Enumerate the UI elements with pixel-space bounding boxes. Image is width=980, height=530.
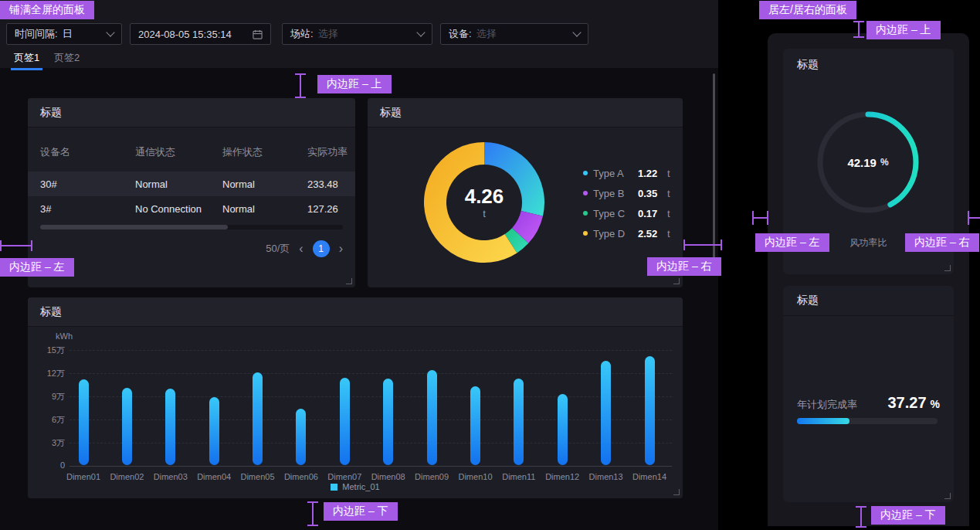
resize-handle[interactable] xyxy=(673,489,680,495)
bar-Dimen07[interactable] xyxy=(340,378,350,465)
padding-top-marker xyxy=(295,73,306,98)
kpi-unit: % xyxy=(931,398,940,410)
legend-label: Type C xyxy=(593,208,638,219)
bar-Dimen09[interactable] xyxy=(427,370,437,465)
bar-Dimen03[interactable] xyxy=(165,389,175,465)
donut-slice-Type A[interactable] xyxy=(484,142,544,216)
legend-value: 0.35 xyxy=(638,188,667,199)
station-select[interactable]: 场站: 选择 xyxy=(282,23,432,45)
donut-chart-card: 标题 4.26 t Type A 1.22 t Type B 0.35 t xyxy=(368,98,683,287)
tab-1[interactable]: 页签1 xyxy=(14,51,39,65)
legend-item[interactable]: Type A 1.22 t xyxy=(583,163,670,183)
side-padding-bottom-marker xyxy=(856,506,866,528)
padding-right-marker xyxy=(683,240,722,250)
legend-item[interactable]: Type D 2.52 t xyxy=(583,223,670,243)
gridline xyxy=(70,396,672,397)
bar-Dimen08[interactable] xyxy=(383,379,393,465)
x-axis-label: Dimen07 xyxy=(323,472,366,481)
cell-actual-power: 233.48 xyxy=(307,178,355,190)
x-axis-label: Dimen03 xyxy=(149,472,192,481)
gridline xyxy=(70,466,672,467)
tab-2[interactable]: 页签2 xyxy=(54,51,80,65)
kpi-value: 37.27 xyxy=(887,394,926,411)
cell-op-status: Normal xyxy=(222,203,307,215)
y-axis-tick: 3万 xyxy=(34,437,65,449)
ring-gauge xyxy=(814,108,922,216)
legend-label: Type B xyxy=(593,188,638,199)
resize-handle[interactable] xyxy=(673,278,680,284)
device-select[interactable]: 设备: 选择 xyxy=(440,23,588,45)
device-placeholder: 选择 xyxy=(476,27,497,41)
legend-label: Type D xyxy=(593,228,638,240)
legend-item[interactable]: Type C 0.17 t xyxy=(583,203,670,223)
datetime-value: 2024-08-05 15:35:14 xyxy=(138,29,232,40)
resize-handle[interactable] xyxy=(944,265,951,271)
page-number-button[interactable]: 1 xyxy=(313,240,330,257)
time-interval-value: 日 xyxy=(63,27,73,41)
legend-unit: t xyxy=(667,188,670,199)
gridline xyxy=(70,373,672,374)
legend-dot xyxy=(583,171,588,175)
resize-handle[interactable] xyxy=(944,493,951,499)
column-header: 操作状态 xyxy=(222,145,307,159)
x-axis-label: Dimen10 xyxy=(454,472,497,481)
kpi-value-group: 37.27% xyxy=(887,394,940,412)
prev-page-button[interactable]: ‹ xyxy=(299,243,303,255)
filter-toolbar: 时间间隔: 日 2024-08-05 15:35:14 场站: 选择 设备: 选… xyxy=(0,0,718,68)
table-horizontal-scrollbar[interactable] xyxy=(40,225,343,229)
table-row[interactable]: 30# Normal Normal 233.48 xyxy=(28,172,355,196)
dashboard-screenshot: 时间间隔: 日 2024-08-05 15:35:14 场站: 选择 设备: 选… xyxy=(0,0,980,530)
bar-Dimen02[interactable] xyxy=(122,388,132,465)
bar-legend[interactable]: Metric_01 xyxy=(28,482,683,491)
y-axis-tick: 0 xyxy=(34,460,65,470)
bar-Dimen11[interactable] xyxy=(514,379,524,465)
bar-Dimen05[interactable] xyxy=(253,372,263,465)
column-header: 设备名 xyxy=(40,145,135,159)
card-header: 标题 xyxy=(368,98,683,127)
bar-chart: 15万12万9万6万3万0Dimen01Dimen02Dimen03Dimen0… xyxy=(70,350,672,466)
datetime-picker[interactable]: 2024-08-05 15:35:14 xyxy=(130,23,271,45)
y-axis-tick: 9万 xyxy=(34,391,65,403)
table-header-row: 设备名 通信状态 操作状态 实际功率 xyxy=(28,141,355,164)
cell-device-name: 3# xyxy=(40,203,135,215)
scrollbar-thumb[interactable] xyxy=(40,225,228,229)
card-header: 标题 xyxy=(783,286,954,316)
device-table-card: 标题 设备名 通信状态 操作状态 实际功率 30# Normal Normal … xyxy=(28,98,355,287)
bar-Dimen13[interactable] xyxy=(601,361,611,465)
chevron-down-icon xyxy=(572,28,581,36)
station-label: 场站: xyxy=(290,27,314,41)
legend-label: Type A xyxy=(593,168,638,179)
bar-Dimen01[interactable] xyxy=(79,379,89,465)
column-header: 实际功率 xyxy=(307,145,355,159)
bar-Dimen12[interactable] xyxy=(558,394,568,465)
legend-value: 1.22 xyxy=(638,168,667,179)
station-placeholder: 选择 xyxy=(318,27,338,41)
bar-Dimen04[interactable] xyxy=(209,397,219,465)
card-title: 标题 xyxy=(380,106,402,120)
table-row[interactable]: 3# No Connection Normal 127.26 xyxy=(28,196,355,221)
bar-Dimen06[interactable] xyxy=(296,409,306,465)
time-interval-label: 时间间隔: xyxy=(15,27,58,41)
cell-op-status: Normal xyxy=(222,178,307,190)
annotation-side-padding-left: 内边距 – 左 xyxy=(755,233,829,252)
progress-fill xyxy=(797,418,849,424)
resize-handle[interactable] xyxy=(346,278,352,284)
progress-bar xyxy=(797,418,938,424)
legend-swatch xyxy=(331,484,337,491)
card-title: 标题 xyxy=(40,305,62,319)
y-axis-tick: 6万 xyxy=(34,414,65,426)
cell-device-name: 30# xyxy=(40,178,135,190)
next-page-button[interactable]: › xyxy=(339,243,343,255)
bar-Dimen10[interactable] xyxy=(470,386,480,465)
legend-item[interactable]: Type B 0.35 t xyxy=(583,183,670,203)
time-interval-select[interactable]: 时间间隔: 日 xyxy=(6,23,122,45)
x-axis-label: Dimen05 xyxy=(236,472,280,481)
bar-Dimen14[interactable] xyxy=(645,356,655,465)
device-label: 设备: xyxy=(449,27,472,41)
gridline xyxy=(70,350,672,351)
pagination: 50/页 ‹ 1 › xyxy=(266,240,343,257)
x-axis-label: Dimen13 xyxy=(585,472,628,481)
card-title: 标题 xyxy=(797,58,819,72)
legend-unit: t xyxy=(667,228,670,240)
x-axis-label: Dimen11 xyxy=(497,472,541,481)
